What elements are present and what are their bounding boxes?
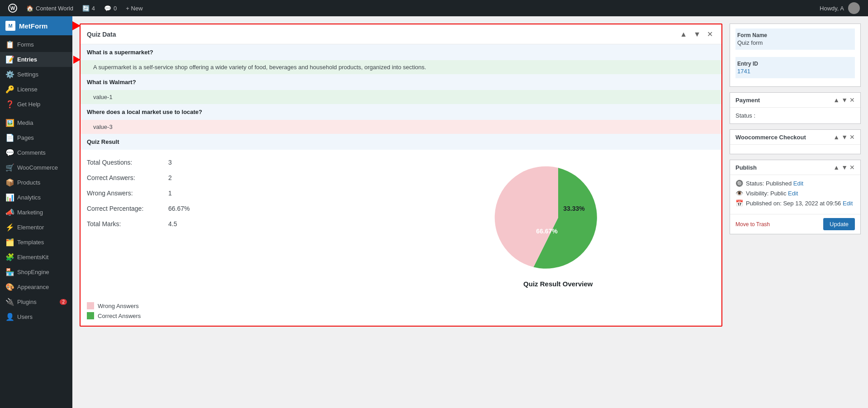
form-name-label: Form Name [737, 32, 853, 38]
quiz-stats-row: Total Questions: 3 Correct Answers: 2 Wr… [81, 150, 721, 297]
sidebar: M MetForm 📋 Forms 📝 Entries ⚙️ Settings … [0, 16, 72, 408]
sidebar-item-media[interactable]: 🖼️ Media [0, 115, 72, 130]
payment-body: Status : [730, 108, 860, 123]
published-date-edit[interactable]: Edit [843, 200, 853, 207]
publish-down-btn[interactable]: ▼ [841, 164, 848, 171]
answer-2: value-1 [81, 90, 721, 104]
publish-up-btn[interactable]: ▲ [833, 164, 840, 171]
move-to-trash-link[interactable]: Move to Trash [735, 221, 770, 228]
woocommerce-controls: ▲ ▼ ✕ [833, 133, 855, 141]
pie-chart: 33.33% 66.67% [499, 159, 617, 276]
payment-box: Payment ▲ ▼ ✕ Status : [730, 92, 861, 124]
answer-1: A supermarket is a self-service shop off… [81, 60, 721, 74]
sidebar-item-settings[interactable]: ⚙️ Settings [0, 67, 72, 82]
woo-up-btn[interactable]: ▲ [833, 133, 840, 141]
legend-wrong-box [87, 302, 94, 309]
sidebar-item-comments[interactable]: 💬 Comments [0, 145, 72, 160]
howdy[interactable]: Howdy, A [815, 0, 864, 16]
visibility-value: Public [770, 190, 788, 197]
form-name-value: Quiz form [737, 39, 853, 46]
entry-id-value: 1741 [737, 68, 853, 75]
elementskit-icon: 🧩 [5, 253, 14, 261]
sidebar-item-products[interactable]: 📦 Products [0, 175, 72, 190]
woocommerce-header: Woocommerce Checkout ▲ ▼ ✕ [730, 130, 860, 145]
site-name[interactable]: 🏠 Content World [22, 0, 78, 16]
sidebar-item-woocommerce[interactable]: 🛒 WooCommerce [0, 160, 72, 175]
brand-arrow [72, 21, 81, 30]
calendar-icon: 📅 [735, 199, 743, 207]
stat-wrong-answers: Wrong Answers: 1 [87, 190, 401, 197]
sidebar-item-forms[interactable]: 📋 Forms [0, 37, 72, 52]
woo-close-btn[interactable]: ✕ [849, 133, 855, 141]
publish-controls: ▲ ▼ ✕ [833, 164, 855, 171]
comments-icon: 💬 [5, 148, 14, 157]
forms-icon: 📋 [5, 40, 14, 49]
sidebar-item-plugins[interactable]: 🔌 Plugins 2 [0, 294, 72, 309]
panel-down-btn[interactable]: ▼ [691, 29, 703, 39]
publish-date-row: 📅 Published on: Sep 13, 2022 at 09:56 Ed… [735, 199, 855, 207]
appearance-icon: 🎨 [5, 283, 14, 291]
elementor-icon: ⚡ [5, 223, 14, 232]
sidebar-wp-section: 🖼️ Media 📄 Pages 💬 Comments 🛒 WooCommerc… [0, 114, 72, 326]
sidebar-item-elementor[interactable]: ⚡ Elementor [0, 220, 72, 235]
sidebar-item-marketing[interactable]: 📣 Marketing [0, 205, 72, 220]
publish-close-btn[interactable]: ✕ [849, 164, 855, 171]
wp-logo[interactable]: W [4, 0, 22, 16]
quiz-chart-area: 33.33% 66.67% Quiz Result Overview [401, 159, 716, 288]
metform-icon: M [5, 21, 15, 31]
woocommerce-body [730, 145, 860, 154]
stat-total-questions: Total Questions: 3 [87, 159, 401, 166]
sidebar-item-license[interactable]: 🔑 License [0, 82, 72, 97]
legend-correct-box [87, 312, 94, 319]
payment-status-label: Status : [735, 112, 755, 119]
chart-legend: Wrong Answers Correct Answers [81, 302, 721, 326]
pie-correct-label: 66.67% [536, 228, 558, 235]
visibility-edit[interactable]: Edit [788, 190, 798, 197]
publish-status-edit[interactable]: Edit [793, 180, 803, 187]
sidebar-item-elementskit[interactable]: 🧩 ElementsKit [0, 250, 72, 265]
qa-section: What is a supermarket? A supermarket is … [81, 44, 721, 150]
publish-status-row: 🔘 Status: Published Edit [735, 180, 855, 187]
users-icon: 👤 [5, 313, 14, 321]
payment-title: Payment [735, 97, 760, 104]
help-icon: ❓ [5, 100, 14, 109]
publish-box: Publish ▲ ▼ ✕ 🔘 Status: Published Edit [730, 160, 861, 234]
publish-actions: Move to Trash Update [730, 214, 860, 234]
entry-id-field: Entry ID 1741 [735, 57, 855, 78]
entries-icon: 📝 [5, 55, 14, 64]
sidebar-brand[interactable]: M MetForm [0, 16, 72, 35]
visibility-icon: 👁️ [735, 190, 743, 197]
woo-down-btn[interactable]: ▼ [841, 133, 848, 141]
update-button[interactable]: Update [823, 218, 855, 230]
publish-visibility-row: 👁️ Visibility: Public Edit [735, 190, 855, 197]
new-content[interactable]: + New [121, 0, 147, 16]
center-panel: Quiz Data ▲ ▼ ✕ What is a supermarket? A… [80, 24, 722, 401]
form-name-box: Form Name Quiz form Entry ID 1741 [730, 24, 861, 87]
sidebar-item-get-help[interactable]: ❓ Get Help [0, 97, 72, 112]
templates-icon: 🗂️ [5, 238, 14, 247]
admin-bar: W 🏠 Content World 🔄 4 💬 0 + New Howdy, A [0, 0, 868, 16]
sidebar-item-shopengine[interactable]: 🏪 ShopEngine [0, 265, 72, 280]
form-name-body: Form Name Quiz form Entry ID 1741 [730, 24, 860, 86]
comments[interactable]: 💬 0 [100, 0, 121, 16]
status-icon: 🔘 [735, 180, 743, 187]
sidebar-item-users[interactable]: 👤 Users [0, 309, 72, 324]
sidebar-item-analytics[interactable]: 📊 Analytics [0, 190, 72, 205]
chart-title: Quiz Result Overview [523, 280, 593, 288]
payment-down-btn[interactable]: ▼ [841, 96, 848, 104]
stat-correct-percentage: Correct Percentage: 66.67% [87, 205, 401, 212]
publish-body: 🔘 Status: Published Edit 👁️ Visibility: … [730, 175, 860, 214]
settings-icon: ⚙️ [5, 70, 14, 79]
sidebar-item-templates[interactable]: 🗂️ Templates [0, 235, 72, 250]
svg-text:W: W [10, 5, 15, 11]
sidebar-item-appearance[interactable]: 🎨 Appearance [0, 280, 72, 294]
payment-up-btn[interactable]: ▲ [833, 96, 840, 104]
sidebar-item-entries[interactable]: 📝 Entries [0, 52, 72, 67]
payment-close-btn[interactable]: ✕ [849, 96, 855, 104]
panel-up-btn[interactable]: ▲ [678, 29, 689, 39]
panel-close-btn[interactable]: ✕ [705, 29, 715, 39]
published-date-value: Sep 13, 2022 at 09:56 [783, 200, 843, 207]
sidebar-item-pages[interactable]: 📄 Pages [0, 130, 72, 145]
updates[interactable]: 🔄 4 [78, 0, 100, 16]
legend-correct: Correct Answers [87, 312, 715, 319]
